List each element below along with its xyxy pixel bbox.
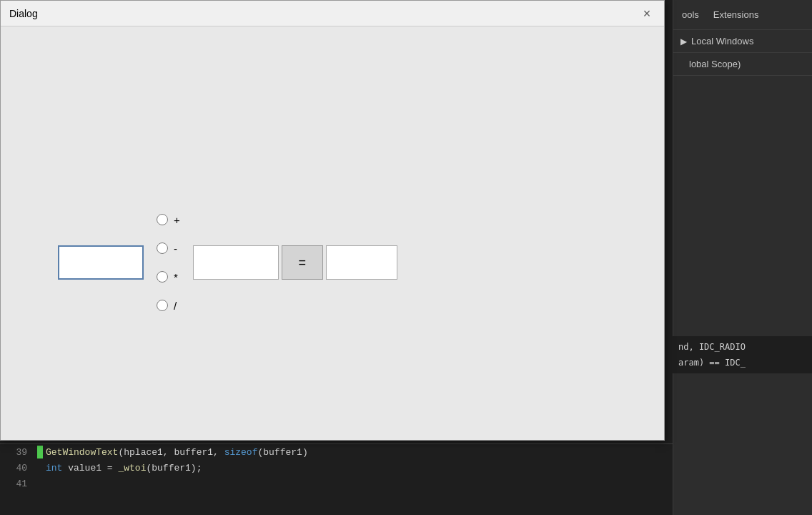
ide-right-code: nd, IDC_RADIO aram) == IDC_ bbox=[673, 336, 812, 373]
code-line-41: 41 bbox=[0, 476, 673, 491]
line-number-39: 39 bbox=[6, 447, 27, 458]
code-line-40: 40 int value1 = _wtoi(buffer1); bbox=[0, 460, 673, 476]
radio-item-plus[interactable]: + bbox=[157, 205, 180, 234]
radio-minus[interactable] bbox=[157, 242, 168, 254]
radio-divide[interactable] bbox=[157, 300, 168, 311]
radio-multiply[interactable] bbox=[157, 271, 168, 283]
radio-item-minus[interactable]: - bbox=[157, 234, 180, 263]
radio-minus-label: - bbox=[174, 242, 177, 255]
right-panel: ools Extensions ▶ Local Windows lobal Sc… bbox=[673, 0, 812, 515]
line-number-41: 41 bbox=[6, 479, 27, 489]
right-panel-header: ools Extensions bbox=[673, 0, 812, 30]
dialog-window: Dialog × + - bbox=[0, 0, 665, 441]
radio-multiply-label: * bbox=[174, 271, 178, 283]
tools-tab[interactable]: ools bbox=[682, 9, 699, 20]
extensions-tab[interactable]: Extensions bbox=[713, 9, 759, 20]
radio-plus[interactable] bbox=[157, 214, 168, 225]
code-line-39: 39 GetWindowText(hplace1, buffer1, sizeo… bbox=[0, 444, 673, 460]
result-input[interactable] bbox=[326, 245, 397, 280]
code-editor: 39 GetWindowText(hplace1, buffer1, sizeo… bbox=[0, 443, 673, 515]
global-scope-label: lobal Scope) bbox=[689, 59, 741, 69]
dialog-overlay: Dialog × + - bbox=[0, 0, 672, 443]
line-indicator-40 bbox=[37, 461, 43, 474]
operation-radio-group: + - * / bbox=[157, 205, 180, 320]
dialog-body: + - * / bbox=[1, 26, 664, 440]
line-indicator-39 bbox=[37, 446, 43, 458]
radio-divide-label: / bbox=[174, 300, 177, 312]
input-number2[interactable] bbox=[193, 245, 279, 280]
input-number1[interactable] bbox=[58, 245, 144, 280]
line-content-40: int value1 = _wtoi(buffer1); bbox=[46, 463, 202, 474]
radio-item-multiply[interactable]: * bbox=[157, 263, 180, 291]
equals-button[interactable]: = bbox=[282, 245, 323, 280]
ide-right-line-1: nd, IDC_RADIO bbox=[678, 339, 806, 355]
dialog-titlebar: Dialog × bbox=[1, 1, 664, 26]
local-windows-label: Local Windows bbox=[691, 36, 753, 46]
line-number-40: 40 bbox=[6, 463, 27, 474]
dialog-title: Dialog bbox=[9, 8, 38, 19]
line-content-39: GetWindowText(hplace1, buffer1, sizeof(b… bbox=[46, 447, 308, 458]
local-windows-section[interactable]: ▶ Local Windows bbox=[673, 30, 812, 53]
ide-right-line-2: aram) == IDC_ bbox=[678, 355, 806, 371]
radio-item-divide[interactable]: / bbox=[157, 291, 180, 320]
radio-plus-label: + bbox=[174, 214, 180, 226]
line-indicator-41 bbox=[37, 477, 43, 490]
local-windows-arrow: ▶ bbox=[680, 36, 687, 46]
global-scope-section: lobal Scope) bbox=[673, 53, 812, 76]
dialog-close-button[interactable]: × bbox=[638, 5, 655, 22]
calculator-container: + - * / bbox=[58, 205, 397, 320]
